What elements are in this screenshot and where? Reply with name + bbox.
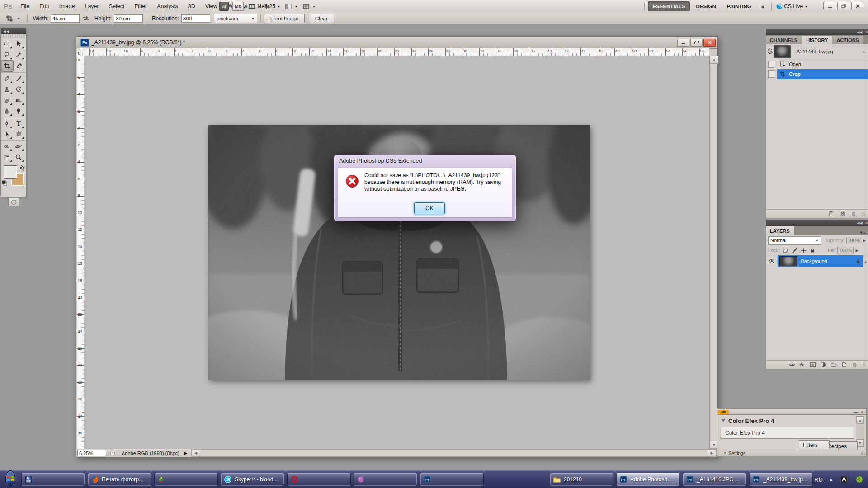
- tool-move[interactable]: [13, 38, 24, 49]
- taskbar-button-print-photos-window[interactable]: Печать фотогр...: [88, 473, 151, 486]
- history-snapshot-row[interactable]: _A211439_bw.jpg ▲: [766, 44, 868, 59]
- tool-3d-camera-rotate[interactable]: [13, 141, 24, 152]
- tools-grip[interactable]: [1, 34, 26, 38]
- resize-grip[interactable]: [861, 363, 865, 366]
- menu-item[interactable]: Image: [54, 0, 80, 13]
- mini-bridge-button[interactable]: Mb: [232, 2, 243, 11]
- history-state-row-open[interactable]: Open: [766, 59, 868, 69]
- doc-minimize-button[interactable]: [677, 39, 689, 47]
- delete-state-icon[interactable]: [850, 211, 857, 217]
- close-panel-icon[interactable]: ×: [865, 29, 868, 35]
- tool-eraser[interactable]: [1, 95, 13, 106]
- new-snapshot-icon[interactable]: [839, 211, 846, 217]
- menu-item[interactable]: Layer: [80, 0, 104, 13]
- tool-lasso[interactable]: [1, 49, 13, 60]
- tool-gradient[interactable]: [13, 95, 24, 106]
- arrange-documents-icon[interactable]: [284, 3, 293, 10]
- icq-flower-icon[interactable]: [855, 473, 864, 486]
- tool-3d-object-rotate[interactable]: [1, 141, 13, 152]
- tool-dodge[interactable]: [13, 106, 24, 117]
- collapse-triangle-icon[interactable]: [721, 419, 726, 422]
- adjustment-layer-icon[interactable]: [820, 361, 827, 368]
- menu-item[interactable]: Edit: [34, 0, 54, 13]
- tool-eyedropper[interactable]: [14, 60, 25, 71]
- workspace-overflow-button[interactable]: »: [761, 3, 764, 10]
- efex-minimize-icon[interactable]: —: [851, 409, 861, 414]
- taskbar-button-doc-a211439-window[interactable]: Ps _A211439_bw.jp...: [749, 473, 813, 486]
- panel-tab-channels[interactable]: CHANNELS: [766, 36, 802, 44]
- taskbar-button-icq-mini[interactable]: [154, 473, 218, 486]
- panel-menu-icon[interactable]: ▼≡: [859, 230, 868, 235]
- chevron-down-icon[interactable]: ▼: [312, 5, 316, 8]
- taskbar-button-media-app[interactable]: [354, 473, 417, 486]
- lock-all-icon[interactable]: [809, 247, 816, 253]
- language-indicator[interactable]: RU: [814, 476, 823, 483]
- snapshot-name[interactable]: _A211439_bw.jpg: [794, 49, 833, 54]
- resolution-field[interactable]: [181, 14, 210, 23]
- doc-restore-button[interactable]: [690, 39, 703, 47]
- foreground-color-swatch[interactable]: [4, 166, 17, 178]
- menu-item[interactable]: Select: [104, 0, 130, 13]
- taskbar-button-skype-window[interactable]: S Skype™ - blood...: [221, 473, 284, 486]
- lock-position-icon[interactable]: [800, 247, 807, 253]
- tool-custom-shape[interactable]: [13, 129, 24, 140]
- tool-history-brush[interactable]: [13, 84, 24, 95]
- scroll-left-icon[interactable]: ◀: [192, 450, 200, 456]
- taskbar-button-quick-launch-save[interactable]: [21, 473, 85, 486]
- tool-rectangular-marquee[interactable]: [1, 38, 13, 49]
- efex-close-icon[interactable]: ×: [861, 409, 866, 415]
- front-image-button[interactable]: Front Image: [264, 14, 305, 23]
- tool-clone-stamp[interactable]: [1, 84, 13, 95]
- new-layer-icon[interactable]: [840, 361, 848, 368]
- menu-item[interactable]: Filter: [129, 0, 152, 13]
- scroll-up-icon[interactable]: ▲: [856, 417, 864, 424]
- layer-thumbnail[interactable]: [779, 256, 797, 266]
- ruler-origin-corner[interactable]: [77, 48, 85, 56]
- fill-slider-arrow[interactable]: ▶: [855, 249, 858, 253]
- swap-dimensions-icon[interactable]: [81, 15, 90, 22]
- tool-zoom[interactable]: [13, 152, 24, 163]
- history-source-checkbox[interactable]: [768, 70, 775, 78]
- tool-crop[interactable]: [1, 60, 14, 72]
- menu-item[interactable]: 3D: [183, 0, 200, 13]
- taskbar-button-opera[interactable]: [287, 473, 351, 486]
- chevron-down-icon[interactable]: ▼: [277, 5, 280, 8]
- vertical-scrollbar[interactable]: ▲ ▼: [709, 56, 717, 449]
- chevron-down-icon[interactable]: ▼: [17, 17, 20, 20]
- chevron-down-icon[interactable]: ▼: [258, 5, 261, 8]
- resize-grip[interactable]: [861, 212, 865, 216]
- lock-pixels-icon[interactable]: [791, 247, 798, 253]
- menu-item[interactable]: Analysis: [152, 0, 183, 13]
- scroll-up-icon[interactable]: ▲: [863, 260, 868, 263]
- default-colors-icon[interactable]: [2, 180, 7, 186]
- layer-style-icon[interactable]: fx: [799, 361, 806, 368]
- app-close-button[interactable]: [851, 2, 864, 10]
- delete-layer-icon[interactable]: [851, 361, 858, 368]
- show-hidden-icons[interactable]: ▲: [829, 477, 833, 482]
- workspace-button-design[interactable]: DESIGN: [692, 1, 721, 11]
- layer-visibility-toggle[interactable]: [766, 255, 778, 267]
- height-field[interactable]: [114, 14, 143, 23]
- fill-value[interactable]: 100%: [837, 247, 854, 254]
- app-zoom-level[interactable]: 6,25: [265, 3, 275, 9]
- add-mask-icon[interactable]: [809, 361, 816, 368]
- collapse-panels-icon[interactable]: ◀◀: [857, 221, 862, 225]
- taskbar-button-photoshop-window[interactable]: Ps Adobe Photosh...: [616, 473, 680, 486]
- app-restore-button[interactable]: [837, 2, 850, 10]
- screen-mode-icon[interactable]: [302, 3, 311, 10]
- quick-mask-button[interactable]: [8, 197, 19, 206]
- opacity-value[interactable]: 100%: [846, 237, 861, 244]
- lock-transparency-icon[interactable]: [782, 247, 789, 253]
- app-minimize-button[interactable]: [823, 2, 836, 10]
- clear-button[interactable]: Clear: [309, 14, 334, 23]
- taskbar-button-folder-window[interactable]: 201210: [550, 473, 613, 486]
- workspace-button-essentials[interactable]: ESSENTIALS: [648, 1, 689, 11]
- ok-button[interactable]: OK: [414, 202, 445, 214]
- status-options-arrow[interactable]: ▶: [184, 450, 188, 455]
- canvas-area[interactable]: [84, 56, 709, 449]
- link-layers-icon[interactable]: [788, 361, 796, 368]
- blend-mode-select[interactable]: Normal▼: [768, 236, 821, 245]
- dialog-title-bar[interactable]: Adobe Photoshop CS5 Extended: [334, 155, 516, 167]
- doc-close-button[interactable]: [703, 39, 716, 47]
- new-group-icon[interactable]: [830, 361, 837, 368]
